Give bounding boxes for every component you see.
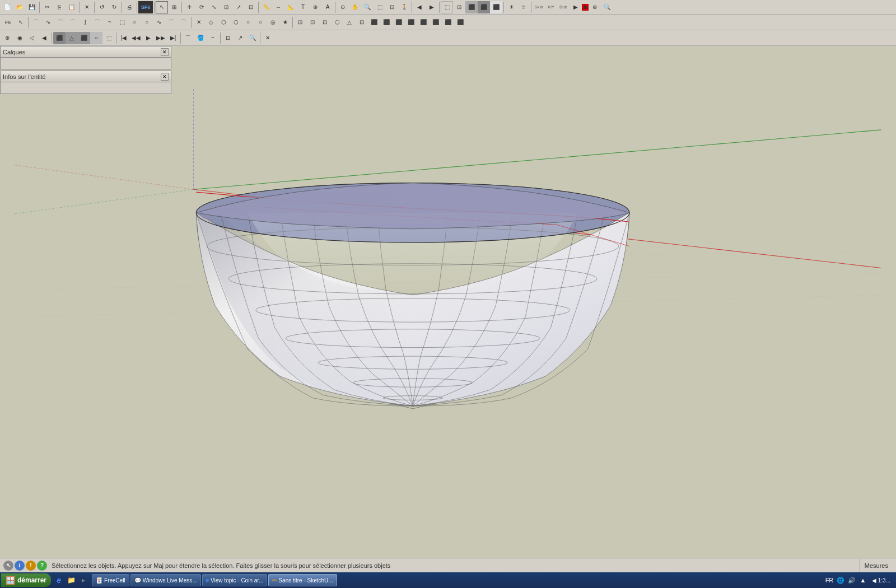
bool14-d[interactable]: ⬛	[454, 16, 466, 29]
bool5-d[interactable]: △	[343, 16, 356, 29]
erase-button[interactable]: ✕	[81, 1, 93, 13]
anim-end2-btn[interactable]: ▶|	[167, 32, 179, 44]
network-tray-icon[interactable]: 🌐	[836, 576, 845, 585]
paste-button[interactable]: 📋	[66, 1, 78, 13]
tape-tool[interactable]: 📏	[260, 1, 272, 13]
wireframe-btn[interactable]: ⬚	[441, 1, 453, 13]
expand-tray-btn[interactable]: ▲	[858, 576, 867, 585]
bool12-d[interactable]: ⬛	[430, 16, 442, 29]
new-button[interactable]: 📄	[1, 1, 13, 13]
xy-plugin-btn[interactable]: X/Y	[545, 1, 557, 13]
status-arrow-icon[interactable]: ↖	[3, 561, 13, 571]
bool13-d[interactable]: ⬛	[442, 16, 454, 29]
text-tool[interactable]: T	[297, 1, 309, 13]
quarter-arc-d[interactable]: ⌒	[91, 16, 104, 29]
ref-btn[interactable]: ⊡	[222, 32, 234, 44]
pan-tool[interactable]: ✋	[349, 1, 361, 13]
redo-button[interactable]: ↻	[108, 1, 120, 13]
anim-next2-btn[interactable]: ▶▶	[155, 32, 167, 44]
nav-left2-btn[interactable]: ◀	[38, 32, 50, 44]
zoom-tool[interactable]: 🔍	[361, 1, 374, 13]
select-draw-tool[interactable]: ↖	[15, 16, 27, 29]
taskbar-btn-messenger[interactable]: 💬 Windows Live Mess...	[130, 574, 201, 586]
open-button[interactable]: 📂	[13, 1, 26, 13]
print-button[interactable]: 🖨	[123, 1, 136, 13]
status-warning-icon[interactable]: !	[26, 561, 36, 571]
cross-d[interactable]: ✕	[193, 16, 205, 29]
status-info-icon[interactable]: i	[15, 561, 25, 571]
arc-tool-d[interactable]: ⌒	[30, 16, 42, 29]
wave-tool-d[interactable]: ∿	[42, 16, 54, 29]
cut-button[interactable]: ✂	[41, 1, 53, 13]
bool6-d[interactable]: ⊡	[356, 16, 368, 29]
offset-tool[interactable]: ⊡	[245, 1, 257, 13]
f6-label[interactable]: F6	[1, 16, 15, 29]
circ-d[interactable]: ○	[141, 16, 153, 29]
ellipse-d[interactable]: ○	[128, 16, 141, 29]
ellipse2-d[interactable]: ○	[254, 16, 267, 29]
infos-close-btn[interactable]: ✕	[161, 73, 169, 81]
zoom-window-tool[interactable]: ⬚	[374, 1, 386, 13]
dimension-tool[interactable]: ↔	[272, 1, 284, 13]
droplet-d[interactable]: ◎	[267, 16, 279, 29]
protractor-tool[interactable]: 📐	[284, 1, 297, 13]
bool10-d[interactable]: ⬛	[405, 16, 417, 29]
anim-play2-btn[interactable]: ▶	[142, 32, 155, 44]
followme-tool[interactable]: ↗	[232, 1, 245, 13]
hidden-line-btn[interactable]: ⊡	[453, 1, 465, 13]
folder-quick-icon[interactable]: 📁	[66, 575, 77, 586]
bool7-d[interactable]: ⬛	[368, 16, 380, 29]
axes-tool[interactable]: ⊕	[309, 1, 321, 13]
arc3-tool-d[interactable]: ⌒	[67, 16, 79, 29]
follow4-btn[interactable]: ↗	[234, 32, 246, 44]
bool2-d[interactable]: ⊡	[306, 16, 319, 29]
poly-d[interactable]: ⬡	[230, 16, 242, 29]
next-view-btn[interactable]: ▶	[426, 1, 438, 13]
bool1-d[interactable]: ⊡	[294, 16, 306, 29]
cone-btn[interactable]: △	[66, 32, 78, 44]
calques-close-btn[interactable]: ✕	[161, 48, 169, 56]
viewport[interactable]	[0, 46, 896, 571]
scale-tool[interactable]: ⤡	[208, 1, 220, 13]
fog-btn[interactable]: ≡	[517, 1, 530, 13]
prev-view-btn[interactable]: ◀	[413, 1, 426, 13]
axis-orient-btn[interactable]: ⊕	[1, 32, 13, 44]
spiral-tool-d[interactable]: ∫	[79, 16, 91, 29]
bub-plugin-btn[interactable]: Bub	[557, 1, 570, 13]
sf6-button[interactable]: SF6	[138, 1, 153, 13]
clock-display[interactable]: ◀ 1:3...	[870, 577, 893, 584]
plugin-stop-btn[interactable]: ■	[582, 4, 589, 11]
taskbar-btn-sketchup[interactable]: ✏ Sans titre - SketchU...	[268, 574, 337, 586]
erase3-btn[interactable]: ✕	[262, 32, 274, 44]
sph-btn[interactable]: ○	[90, 32, 102, 44]
arc5-d[interactable]: ⌒	[178, 16, 190, 29]
plugin-extra2-btn[interactable]: 🔍	[601, 1, 613, 13]
cyl-btn[interactable]: ⬛	[78, 32, 90, 44]
paint3-btn[interactable]: 🪣	[194, 32, 207, 44]
expand-btn[interactable]: ◉	[13, 32, 26, 44]
shadow-btn[interactable]: ☀	[505, 1, 517, 13]
anim-start-btn[interactable]: |◀	[118, 32, 130, 44]
zoom-extents-tool[interactable]: ⊡	[386, 1, 398, 13]
bool3-d[interactable]: ⊡	[319, 16, 331, 29]
shade-tex-btn[interactable]: ⬛	[478, 1, 490, 13]
star-d[interactable]: ★	[279, 16, 291, 29]
lang-indicator[interactable]: FR	[825, 576, 834, 585]
taskbar-btn-browser[interactable]: e View topic - Coin ar...	[202, 574, 268, 586]
zoom4-btn[interactable]: 🔍	[246, 32, 259, 44]
hex-d[interactable]: ⬡	[217, 16, 230, 29]
anim-prev-btn[interactable]: ◀◀	[130, 32, 142, 44]
volume-tray-icon[interactable]: 🔊	[847, 576, 856, 585]
status-help-icon[interactable]: ?	[37, 561, 47, 571]
ie-quick-icon[interactable]: e	[53, 575, 64, 586]
cube-btn[interactable]: ⬛	[53, 32, 66, 44]
select-tool[interactable]: ↖	[156, 1, 168, 13]
diamond-d[interactable]: ◇	[205, 16, 217, 29]
undo-button[interactable]: ↺	[96, 1, 108, 13]
wave2-d[interactable]: ∿	[153, 16, 165, 29]
rotate-tool[interactable]: ⟳	[195, 1, 208, 13]
plugin-extra1-btn[interactable]: ⊕	[589, 1, 601, 13]
plugin-play-btn[interactable]: ▶	[570, 1, 582, 13]
bool11-d[interactable]: ⬛	[417, 16, 430, 29]
shade-btn[interactable]: ⬛	[465, 1, 478, 13]
